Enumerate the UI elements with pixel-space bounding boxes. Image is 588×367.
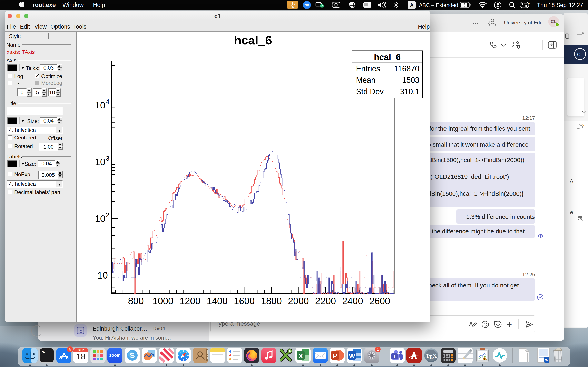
svg-text:hcal_6: hcal_6 (374, 52, 401, 62)
svg-text:116870: 116870 (394, 64, 419, 73)
svg-text:W: W (545, 358, 549, 362)
svg-text:P: P (333, 352, 337, 360)
svg-text:2200: 2200 (315, 296, 336, 306)
svg-text:X: X (298, 352, 303, 360)
svg-text:hcal_6: hcal_6 (234, 33, 272, 47)
svg-text:3: 3 (106, 155, 109, 162)
svg-text:2600: 2600 (369, 296, 390, 306)
svg-text:10: 10 (95, 213, 105, 224)
svg-text:1600: 1600 (234, 296, 255, 306)
svg-text:10: 10 (95, 100, 105, 110)
svg-text:1000: 1000 (153, 296, 173, 306)
svg-text:1400: 1400 (207, 296, 227, 306)
svg-text:1503: 1503 (402, 76, 419, 84)
svg-text:Entries: Entries (356, 64, 380, 73)
svg-text:310.1: 310.1 (400, 87, 419, 96)
svg-text:1800: 1800 (261, 296, 282, 306)
svg-text:10: 10 (97, 270, 108, 281)
svg-text:Std Dev: Std Dev (356, 87, 384, 96)
svg-text:Mean: Mean (356, 76, 375, 84)
svg-text:800: 800 (128, 296, 144, 306)
svg-text:4: 4 (106, 98, 109, 105)
svg-text:2400: 2400 (342, 296, 363, 306)
svg-text:!: ! (484, 358, 485, 360)
svg-text:T: T (393, 354, 396, 359)
svg-text:W: W (349, 352, 355, 360)
svg-text:2: 2 (106, 211, 109, 219)
svg-text:2000: 2000 (288, 296, 309, 306)
svg-text:1200: 1200 (180, 296, 200, 306)
svg-text:10: 10 (95, 157, 105, 167)
svg-text:S: S (130, 351, 135, 360)
